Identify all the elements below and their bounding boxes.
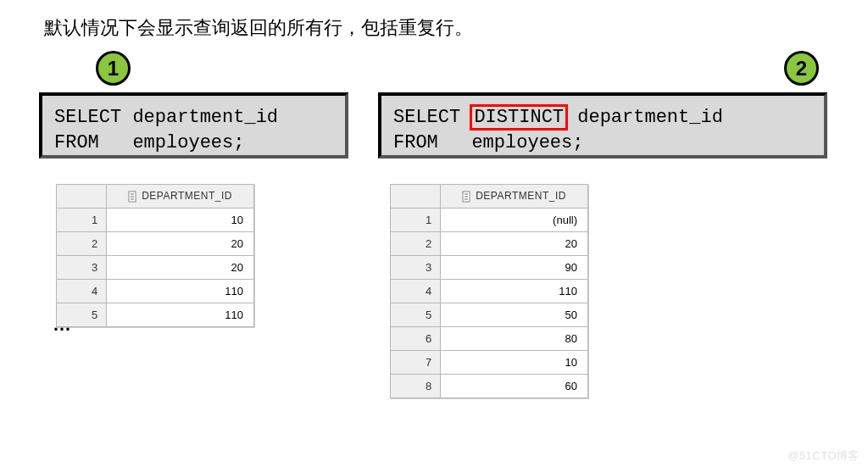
- sql2-suffix: department_id: [566, 107, 723, 128]
- cell-value: 50: [441, 303, 588, 327]
- description-text: 默认情况下会显示查询返回的所有行，包括重复行。: [44, 15, 473, 41]
- table-row: 390: [391, 256, 588, 280]
- row-num: 3: [391, 256, 441, 280]
- column-header: DEPARTMENT_ID: [107, 185, 254, 208]
- table-header-row: DEPARTMENT_ID: [57, 185, 254, 208]
- cell-value: 10: [441, 351, 588, 375]
- sql-box-1: SELECT department_idFROM employees;: [39, 92, 348, 158]
- cell-value: 20: [107, 232, 254, 256]
- distinct-highlight: DISTINCT: [470, 104, 568, 131]
- row-num: 4: [391, 280, 441, 303]
- row-num: 3: [57, 256, 107, 280]
- cell-value: 10: [107, 208, 254, 232]
- sql2-line1: SELECT DISTINCT department_id: [393, 105, 812, 131]
- sql1-line2: FROM employees;: [54, 131, 333, 156]
- column-header: DEPARTMENT_ID: [441, 185, 588, 208]
- cell-value: 110: [441, 280, 588, 303]
- table-row: 4110: [57, 280, 254, 303]
- sql2-prefix: SELECT: [393, 107, 471, 128]
- table-row: 4110: [391, 280, 588, 303]
- sort-icon: [462, 191, 472, 203]
- result-table-2: DEPARTMENT_ID 1(null) 220 390 4110 550 6…: [390, 184, 588, 398]
- cell-value: (null): [441, 208, 588, 232]
- row-num: 2: [391, 232, 441, 256]
- sort-icon: [128, 191, 138, 203]
- sql2-line2: FROM employees;: [393, 131, 812, 156]
- watermark: @51CTO博客: [787, 448, 860, 464]
- cell-value: 60: [441, 375, 588, 398]
- column-header-label: DEPARTMENT_ID: [142, 190, 232, 202]
- table-row: 320: [57, 256, 254, 280]
- cell-value: 20: [107, 256, 254, 280]
- table-row: 680: [391, 327, 588, 351]
- row-header-blank: [391, 185, 441, 208]
- table-row: 220: [57, 232, 254, 256]
- step-badge-2: 2: [784, 51, 819, 86]
- cell-value: 90: [441, 256, 588, 280]
- table-row: 860: [391, 375, 588, 398]
- table-row: 5110: [57, 303, 254, 327]
- cell-value: 110: [107, 303, 254, 327]
- row-header-blank: [57, 185, 107, 208]
- table-row: 550: [391, 303, 588, 327]
- ellipsis: …: [53, 314, 73, 336]
- column-header-label: DEPARTMENT_ID: [476, 190, 566, 202]
- result-table-1: DEPARTMENT_ID 110 220 320 4110 5110: [56, 184, 254, 327]
- row-num: 7: [391, 351, 441, 375]
- cell-value: 20: [441, 232, 588, 256]
- row-num: 8: [391, 375, 441, 398]
- table-row: 710: [391, 351, 588, 375]
- table-row: 220: [391, 232, 588, 256]
- row-num: 5: [391, 303, 441, 327]
- row-num: 1: [57, 208, 107, 232]
- row-num: 6: [391, 327, 441, 351]
- row-num: 2: [57, 232, 107, 256]
- table-header-row: DEPARTMENT_ID: [391, 185, 588, 208]
- cell-value: 110: [107, 280, 254, 303]
- row-num: 1: [391, 208, 441, 232]
- table-row: 110: [57, 208, 254, 232]
- table-row: 1(null): [391, 208, 588, 232]
- sql1-line1: SELECT department_id: [54, 105, 333, 131]
- cell-value: 80: [441, 327, 588, 351]
- sql-box-2: SELECT DISTINCT department_idFROM employ…: [378, 92, 827, 158]
- row-num: 4: [57, 280, 107, 303]
- step-badge-1: 1: [96, 51, 131, 86]
